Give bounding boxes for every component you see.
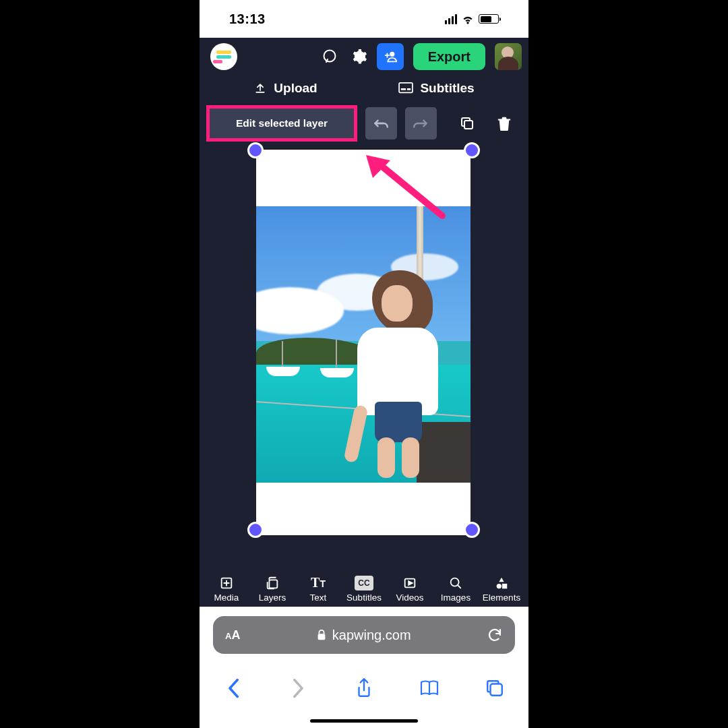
tab-media-label: Media	[214, 593, 239, 603]
safari-chrome: AA kapwing.com	[200, 607, 528, 728]
home-indicator[interactable]	[310, 719, 418, 723]
battery-icon	[479, 14, 499, 24]
svg-rect-12	[502, 584, 507, 588]
url-text: kapwing.com	[332, 628, 411, 643]
tab-layers[interactable]: Layers	[249, 576, 295, 603]
tab-text-label: Text	[310, 593, 327, 603]
svg-rect-3	[401, 88, 406, 90]
app-top-bar: Export	[200, 38, 528, 75]
url-display[interactable]: kapwing.com	[248, 628, 479, 643]
phone-screen: 13:13 Export	[200, 0, 528, 728]
layers-icon	[265, 576, 280, 590]
tab-media[interactable]: Media	[204, 576, 249, 603]
text-icon: TT	[311, 576, 326, 590]
svg-point-11	[497, 584, 502, 588]
resize-handle-bottom-left[interactable]	[247, 522, 264, 538]
undo-button[interactable]	[365, 107, 397, 140]
chat-icon[interactable]	[317, 44, 342, 69]
images-search-icon	[448, 576, 463, 590]
resize-handle-top-left[interactable]	[247, 142, 264, 158]
tab-images-label: Images	[441, 593, 471, 603]
elements-icon	[494, 576, 509, 590]
duplicate-button[interactable]	[453, 107, 482, 140]
gear-icon[interactable]	[347, 44, 371, 69]
book-icon	[419, 679, 439, 698]
cellular-signal-icon	[445, 14, 457, 24]
user-avatar[interactable]	[495, 43, 522, 70]
tab-videos[interactable]: Videos	[387, 576, 433, 603]
svg-rect-5	[464, 121, 473, 129]
tab-images[interactable]: Images	[433, 576, 479, 603]
svg-point-0	[324, 51, 335, 62]
bookmarks-button[interactable]	[411, 679, 448, 698]
text-size-button[interactable]: AA	[225, 628, 240, 642]
svg-rect-14	[491, 684, 502, 696]
svg-point-1	[390, 52, 394, 57]
photo-content	[256, 206, 471, 483]
tabs-icon	[485, 679, 504, 698]
safari-address-bar[interactable]: AA kapwing.com	[213, 616, 515, 654]
lock-icon	[316, 629, 327, 641]
tab-subtitles-label: Subtitles	[346, 593, 382, 603]
tab-elements[interactable]: Elements	[479, 576, 524, 603]
trash-icon	[497, 115, 512, 131]
canvas-area[interactable]	[200, 143, 528, 564]
upload-label: Upload	[274, 81, 317, 96]
resize-handle-bottom-right[interactable]	[464, 522, 480, 538]
chevron-right-icon	[292, 678, 305, 698]
forward-button	[280, 678, 317, 698]
tabs-button[interactable]	[476, 679, 514, 698]
undo-icon	[372, 117, 390, 130]
canvas-layer[interactable]	[256, 150, 471, 535]
status-right	[445, 14, 499, 24]
tab-text[interactable]: TT Text	[295, 576, 341, 603]
upload-icon	[253, 82, 267, 95]
tab-subtitles[interactable]: CC Subtitles	[341, 576, 387, 603]
share-button[interactable]	[345, 677, 383, 699]
subtitles-label: Subtitles	[420, 81, 474, 96]
subtitles-tab[interactable]: Subtitles	[398, 81, 474, 96]
svg-rect-8	[269, 580, 277, 588]
media-icon	[219, 576, 234, 590]
export-button-label: Export	[428, 49, 471, 65]
svg-rect-13	[317, 634, 325, 640]
duplicate-icon	[459, 115, 475, 131]
safari-bottom-nav	[200, 654, 528, 728]
redo-button[interactable]	[405, 107, 437, 140]
edit-selected-layer-label: Edit selected layer	[236, 117, 328, 129]
share-icon	[355, 677, 373, 699]
export-button[interactable]: Export	[413, 43, 485, 70]
kapwing-logo[interactable]	[210, 43, 237, 70]
redo-icon	[412, 117, 429, 130]
tab-videos-label: Videos	[396, 593, 423, 603]
edit-selected-layer-button[interactable]: Edit selected layer	[206, 105, 357, 142]
tab-layers-label: Layers	[259, 593, 286, 603]
delete-button[interactable]	[490, 107, 519, 140]
reload-icon[interactable]	[487, 627, 503, 643]
chevron-left-icon	[226, 678, 240, 698]
videos-icon	[402, 576, 417, 590]
ios-status-bar: 13:13	[200, 0, 528, 38]
upload-tab[interactable]: Upload	[253, 81, 317, 96]
cc-icon: CC	[355, 576, 373, 590]
add-user-button[interactable]	[377, 43, 404, 70]
svg-rect-2	[400, 83, 413, 92]
edit-toolbar: Edit selected layer	[200, 104, 528, 143]
wifi-icon	[461, 14, 475, 24]
app-sub-bar: Upload Subtitles	[200, 75, 528, 104]
back-button[interactable]	[214, 678, 252, 698]
status-time: 13:13	[229, 11, 266, 27]
tab-elements-label: Elements	[483, 593, 520, 603]
resize-handle-top-right[interactable]	[464, 142, 480, 158]
editor-bottom-tabs: Media Layers TT Text CC Subtitles Videos…	[200, 564, 528, 607]
svg-rect-4	[407, 88, 411, 90]
kapwing-editor-app: Export Upload Subtitles Edit selected la…	[200, 38, 528, 607]
subtitles-icon	[398, 82, 413, 94]
